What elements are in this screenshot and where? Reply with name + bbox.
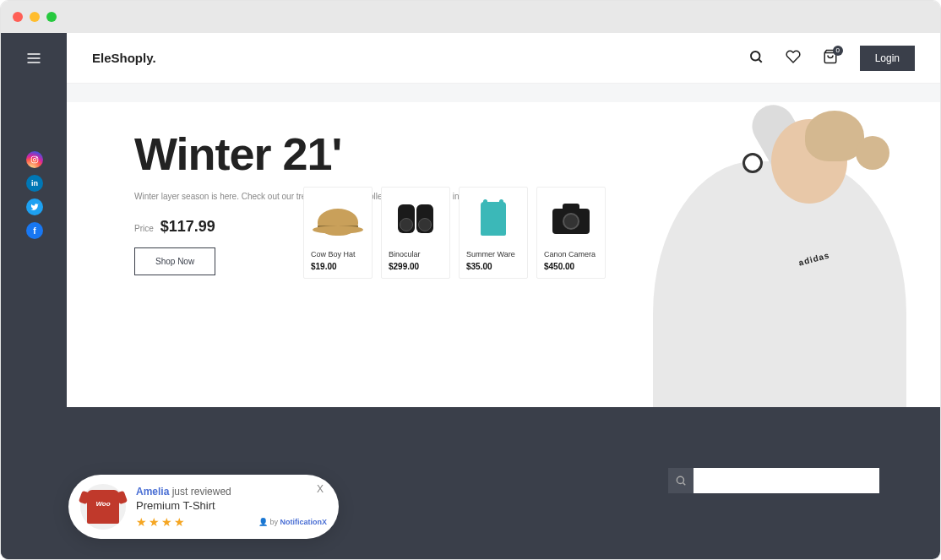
browser-window: in f EleShoply. 0 Login (0, 0, 941, 560)
product-name: Binocular (389, 250, 443, 258)
svg-point-9 (677, 476, 683, 483)
site-header: EleShoply. 0 Login (67, 33, 940, 84)
hero-model-image: adidas (585, 102, 940, 457)
product-image-tank (466, 194, 520, 243)
instagram-icon[interactable] (26, 151, 43, 168)
product-card[interactable]: Binocular $299.00 (381, 187, 450, 279)
hero-price: Price $117.99 (134, 218, 236, 236)
svg-line-10 (683, 483, 686, 486)
shop-now-button[interactable]: Shop Now (134, 247, 215, 275)
header-actions: 0 Login (748, 46, 915, 71)
footer-search-input[interactable] (694, 468, 879, 493)
price-label: Price (134, 224, 154, 233)
svg-point-6 (751, 52, 760, 61)
svg-line-7 (759, 59, 761, 62)
notification-action: just reviewed (172, 486, 231, 497)
notification-rating: ★ ★ ★ ★ (136, 515, 185, 529)
cart-icon[interactable]: 0 (823, 49, 838, 68)
window-close-dot[interactable] (13, 12, 23, 22)
wishlist-icon[interactable] (786, 49, 801, 68)
notification-product-image: Woo (80, 484, 126, 530)
star-icon: ★ (161, 515, 172, 529)
svg-point-4 (33, 158, 35, 160)
star-icon: ★ (174, 515, 185, 529)
product-price: $299.00 (389, 262, 443, 271)
social-links: in f (26, 151, 43, 239)
product-image-binocular (389, 194, 443, 243)
browser-titlebar (1, 1, 940, 33)
star-icon: ★ (149, 515, 160, 529)
page-body: in f EleShoply. 0 Login (1, 33, 940, 559)
footer-search (668, 468, 879, 493)
price-value: $117.99 (160, 218, 215, 236)
facebook-icon[interactable]: f (26, 222, 43, 239)
product-price: $19.00 (311, 262, 365, 271)
svg-point-5 (36, 157, 37, 158)
notification-attribution: 👤 by NotificationX (258, 518, 327, 526)
site-logo[interactable]: EleShoply. (92, 51, 156, 65)
notification-close-button[interactable]: X (317, 483, 324, 495)
twitter-icon[interactable] (26, 198, 43, 215)
window-maximize-dot[interactable] (46, 12, 57, 22)
product-card[interactable]: Summer Ware $35.00 (459, 187, 528, 279)
login-button[interactable]: Login (860, 46, 915, 71)
product-name: Cow Boy Hat (311, 250, 365, 258)
product-image-hat (311, 194, 365, 243)
product-name: Summer Ware (466, 250, 520, 258)
search-icon[interactable] (748, 49, 764, 68)
product-price: $35.00 (466, 262, 520, 271)
product-card[interactable]: Cow Boy Hat $19.00 (303, 187, 373, 279)
product-grid: Cow Boy Hat $19.00 Binocular $299.00 Sum… (303, 187, 606, 279)
window-minimize-dot[interactable] (30, 12, 40, 22)
notification-toast: Woo Amelia just reviewed Premium T-Shirt… (68, 475, 339, 539)
linkedin-icon[interactable]: in (26, 175, 43, 192)
star-icon: ★ (136, 515, 147, 529)
notification-headline: Amelia just reviewed (136, 486, 327, 497)
footer-search-button[interactable] (668, 468, 694, 493)
menu-toggle[interactable] (25, 50, 42, 70)
notification-reviewer: Amelia (136, 486, 169, 497)
notification-product: Premium T-Shirt (136, 499, 327, 512)
cart-count-badge: 0 (833, 46, 843, 56)
